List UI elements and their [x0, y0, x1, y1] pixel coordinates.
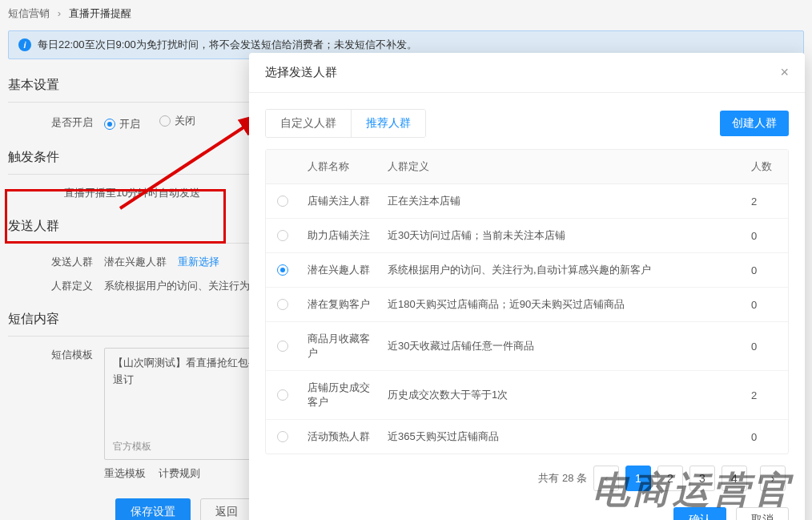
create-audience-button[interactable]: 创建人群: [720, 111, 789, 136]
row-name: 店铺关注人群: [299, 184, 380, 218]
row-radio[interactable]: [277, 299, 288, 310]
row-def: 系统根据用户的访问、关注行为,自动计算感兴趣的新客户: [380, 253, 743, 287]
row-radio[interactable]: [277, 431, 288, 442]
row-count: 0: [743, 220, 788, 252]
row-count: 0: [743, 331, 788, 362]
audience-table: 人群名称 人群定义 人数 店铺关注人群正在关注本店铺2助力店铺关注近30天访问过…: [265, 149, 789, 454]
select-audience-modal: 选择发送人群 × 自定义人群 推荐人群 创建人群 人群名称 人群定义 人数 店铺…: [249, 53, 805, 520]
row-name: 助力店铺关注: [299, 219, 380, 252]
table-row[interactable]: 店铺历史成交客户历史成交次数大于等于1次2: [266, 371, 788, 420]
table-row[interactable]: 店铺关注人群正在关注本店铺2: [266, 184, 788, 219]
row-def: 近30天收藏过店铺任意一件商品: [380, 329, 743, 363]
row-name: 潜在兴趣人群: [299, 253, 380, 287]
row-def: 近30天访问过店铺；当前未关注本店铺: [380, 219, 743, 252]
watermark: 电商运营官: [593, 466, 793, 515]
row-count: 0: [743, 421, 788, 453]
row-def: 正在关注本店铺: [380, 184, 743, 218]
row-count: 2: [743, 380, 788, 411]
row-name: 活动预热人群: [299, 420, 380, 453]
table-row[interactable]: 活动预热人群近365天购买过店铺商品0: [266, 420, 788, 453]
row-count: 0: [743, 289, 788, 320]
row-radio[interactable]: [277, 341, 288, 352]
row-count: 2: [743, 186, 788, 217]
tab-recommended-audience[interactable]: 推荐人群: [351, 110, 425, 137]
row-radio[interactable]: [277, 196, 288, 207]
table-row[interactable]: 潜在复购客户近180天购买过店铺商品；近90天未购买过店铺商品0: [266, 288, 788, 322]
row-name: 潜在复购客户: [299, 288, 380, 321]
pagination-total: 共有 28 条: [538, 471, 587, 486]
modal-title: 选择发送人群: [265, 65, 337, 80]
col-def: 人群定义: [380, 150, 743, 183]
table-row[interactable]: 助力店铺关注近30天访问过店铺；当前未关注本店铺0: [266, 219, 788, 253]
row-def: 近180天购买过店铺商品；近90天未购买过店铺商品: [380, 288, 743, 321]
col-count: 人数: [743, 150, 788, 183]
row-def: 近365天购买过店铺商品: [380, 420, 743, 453]
row-name: 店铺历史成交客户: [299, 371, 380, 419]
row-radio[interactable]: [277, 230, 288, 241]
row-radio[interactable]: [277, 389, 288, 401]
table-row[interactable]: 商品月收藏客户近30天收藏过店铺任意一件商品0: [266, 322, 788, 371]
row-count: 0: [743, 255, 788, 286]
table-row[interactable]: 潜在兴趣人群系统根据用户的访问、关注行为,自动计算感兴趣的新客户0: [266, 253, 788, 288]
row-def: 历史成交次数大于等于1次: [380, 378, 743, 412]
tab-custom-audience[interactable]: 自定义人群: [266, 110, 351, 137]
close-icon[interactable]: ×: [780, 64, 789, 81]
row-name: 商品月收藏客户: [299, 322, 380, 370]
row-radio[interactable]: [277, 264, 288, 276]
col-name: 人群名称: [299, 150, 380, 183]
